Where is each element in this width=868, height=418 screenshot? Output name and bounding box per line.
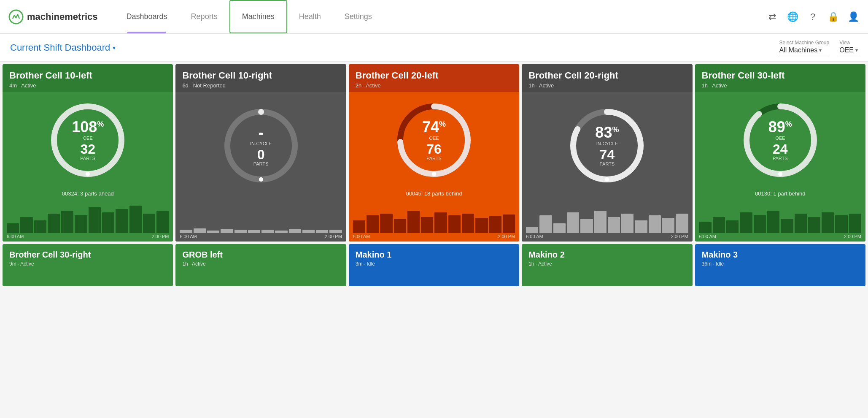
chart-bar (329, 230, 342, 233)
chart-bar (489, 216, 501, 233)
machine-group-caret-icon: ▾ (819, 47, 822, 53)
donut-center: 89% OEE 24 PARTS (768, 119, 792, 161)
chart-bar (156, 211, 169, 233)
card-body: 89% OEE 24 PARTS (695, 92, 865, 188)
mini-card-name: GROB left (182, 250, 339, 260)
donut-percentage: 74% (422, 119, 446, 135)
mini-card-name: Makino 3 (702, 250, 859, 260)
mini-card-status: 9m · Active (9, 261, 166, 267)
chart-bar (608, 217, 620, 233)
machine-card[interactable]: Brother Cell 20-left 2h · Active 74% OEE… (349, 64, 519, 242)
machine-card[interactable]: Brother Cell 30-left 1h · Active 89% OEE… (695, 64, 865, 242)
chart-bar (635, 220, 647, 233)
chart-bar (567, 212, 579, 233)
chart-bar (580, 219, 593, 233)
globe-icon[interactable]: 🌐 (786, 11, 799, 23)
chart-bar (316, 230, 328, 233)
dropdown-arrow-icon: ▾ (113, 44, 116, 51)
chart-bar (462, 214, 474, 233)
donut-chart: - IN-CYCLE 0 PARTS (223, 108, 299, 184)
mini-card-status: 3m · Idle (356, 261, 512, 267)
donut-percentage: - (250, 125, 272, 140)
donut-parts-value: 24 (768, 142, 792, 156)
chart-bar (129, 206, 142, 233)
help-icon[interactable]: ? (806, 11, 819, 23)
nav-icons: ⇄ 🌐 ? 🔒 👤 (766, 11, 860, 23)
chart-bar (261, 230, 274, 233)
machine-grid: Brother Cell 10-left 4m · Active 108% OE… (0, 62, 868, 244)
mini-card-name: Makino 2 (528, 250, 685, 260)
tab-machines[interactable]: Machines (229, 0, 287, 33)
machine-card[interactable]: Brother Cell 10-right 6d · Not Reported … (175, 64, 346, 242)
time-start: 6:00 AM (353, 234, 370, 239)
machine-card[interactable]: Brother Cell 10-left 4m · Active 108% OE… (3, 64, 173, 242)
donut-percentage: 108% (72, 119, 104, 135)
card-time-row: 6:00 AM 2:00 PM (522, 233, 692, 242)
logo[interactable]: machinemetrics (8, 9, 98, 24)
chart-bar (34, 220, 46, 233)
donut-center: - IN-CYCLE 0 PARTS (250, 125, 272, 166)
chart-bar (553, 223, 566, 233)
chart-bar (20, 217, 32, 233)
chart-bar (503, 214, 515, 233)
shuffle-icon[interactable]: ⇄ (766, 11, 779, 23)
chart-bar (421, 217, 433, 233)
card-chart (3, 199, 173, 233)
donut-parts-value: 76 (422, 142, 446, 156)
donut-parts-label: PARTS (768, 156, 792, 161)
card-name: Brother Cell 30-left (702, 70, 859, 81)
machine-card[interactable]: Brother Cell 20-right 1h · Active 83% IN… (522, 64, 692, 242)
mini-machine-card[interactable]: GROB left 1h · Active (175, 244, 346, 286)
view-label: View (839, 40, 858, 46)
mini-card-name: Makino 1 (356, 250, 512, 260)
chart-bar (662, 218, 674, 233)
tab-dashboards[interactable]: Dashboards (115, 0, 179, 33)
chart-bar (699, 222, 712, 233)
card-time-row: 6:00 AM 2:00 PM (3, 233, 173, 242)
chart-bar (180, 230, 192, 233)
donut-chart: 89% OEE 24 PARTS (742, 102, 818, 178)
chart-bar (676, 214, 688, 233)
chart-bar (822, 212, 834, 233)
tab-settings[interactable]: Settings (333, 0, 384, 33)
time-end: 2:00 PM (325, 234, 342, 239)
time-end: 2:00 PM (844, 234, 861, 239)
card-name: Brother Cell 10-right (182, 70, 339, 81)
donut-center: 108% OEE 32 PARTS (72, 119, 104, 161)
chart-bar (713, 217, 725, 233)
mini-machine-card[interactable]: Makino 1 3m · Idle (349, 244, 519, 286)
card-time-row: 6:00 AM 2:00 PM (695, 233, 865, 242)
card-status: 4m · Active (9, 82, 166, 89)
donut-parts-value: 74 (595, 148, 619, 161)
mini-machine-card[interactable]: Makino 2 1h · Active (522, 244, 692, 286)
chart-bar (767, 211, 779, 233)
time-start: 6:00 AM (180, 234, 197, 239)
donut-metric-label: OEE (72, 136, 104, 141)
time-end: 2:00 PM (151, 234, 169, 239)
card-header: Brother Cell 20-right 1h · Active (522, 64, 692, 92)
lock-icon[interactable]: 🔒 (827, 11, 839, 23)
chart-bar (539, 215, 552, 233)
toolbar-right: Select Machine Group All Machines ▾ View… (779, 40, 858, 55)
view-dropdown[interactable]: OEE ▾ (839, 46, 858, 55)
time-end: 2:00 PM (671, 234, 688, 239)
chart-bar (726, 220, 739, 233)
chart-bar (475, 218, 488, 233)
donut-metric-label: IN-CYCLE (595, 141, 619, 146)
tab-health[interactable]: Health (287, 0, 333, 33)
chart-bar (116, 209, 128, 233)
dashboard-title[interactable]: Current Shift Dashboard ▾ (10, 42, 116, 53)
chart-bar (89, 207, 101, 233)
mini-machine-card[interactable]: Makino 3 36m · Idle (695, 244, 865, 286)
card-footer: 00130: 1 part behind (695, 188, 865, 199)
donut-metric-label: IN-CYCLE (250, 141, 272, 146)
mini-machine-card[interactable]: Brother Cell 30-right 9m · Active (3, 244, 173, 286)
machine-group-dropdown[interactable]: All Machines ▾ (779, 46, 829, 55)
user-icon[interactable]: 👤 (847, 11, 860, 23)
tab-reports[interactable]: Reports (179, 0, 229, 33)
donut-parts-label: PARTS (250, 161, 272, 166)
card-header: Brother Cell 30-left 1h · Active (695, 64, 865, 92)
card-chart (349, 199, 519, 233)
mini-card-name: Brother Cell 30-right (9, 250, 166, 260)
card-header: Brother Cell 20-left 2h · Active (349, 64, 519, 92)
